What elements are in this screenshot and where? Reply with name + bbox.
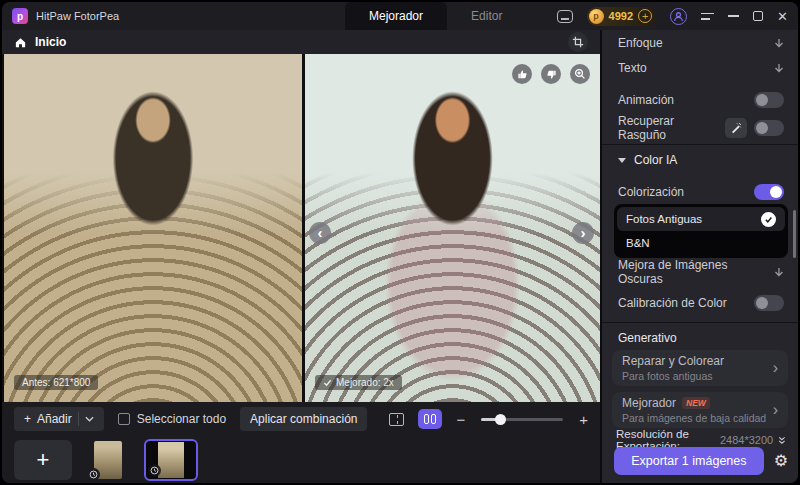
home-icon[interactable]	[14, 36, 27, 49]
new-badge: NEW	[682, 397, 710, 409]
settings-sidebar: Enfoque Texto Animación Recuperar Rasguñ…	[600, 30, 798, 483]
colorizacion-toggle[interactable]	[754, 184, 784, 200]
option-bn[interactable]: B&N	[617, 231, 785, 255]
workspace: Inicio Antes: 621*800	[2, 30, 600, 483]
card-reparar-colorear[interactable]: Reparar y Colorear Para fotos antiguas ›	[612, 350, 788, 386]
add-button[interactable]: + Añadir	[14, 407, 104, 431]
thumbs-up-button[interactable]	[512, 64, 532, 84]
sidebar-item-animacion: Animación	[618, 88, 784, 112]
thumbnail-2-selected[interactable]	[144, 439, 198, 481]
chevron-down-icon	[85, 416, 94, 422]
plus-icon: +	[24, 412, 31, 426]
calibracion-toggle[interactable]	[754, 295, 784, 311]
select-all-checkbox[interactable]	[118, 413, 130, 425]
before-image[interactable]: Antes: 621*800	[4, 54, 302, 402]
minimize-button[interactable]	[728, 15, 739, 17]
app-name: HitPaw FotorPea	[36, 10, 119, 22]
sidebar-item-enfoque[interactable]: Enfoque	[618, 26, 784, 60]
zoom-in-button[interactable]: +	[579, 412, 588, 427]
add-credits-icon[interactable]: +	[638, 9, 652, 23]
side-by-side-view-button[interactable]	[418, 409, 442, 429]
recuperar-rasguno-toggle[interactable]	[754, 120, 784, 136]
expand-down-icon[interactable]	[774, 63, 784, 74]
expand-down-icon[interactable]	[774, 267, 784, 278]
magnifier-plus-icon	[574, 68, 586, 80]
after-image[interactable]: ‹ › Mejorado: 2x	[305, 54, 600, 402]
thumbs-up-icon	[517, 69, 528, 80]
select-all-label: Seleccionar todo	[137, 412, 226, 426]
check-icon	[323, 378, 332, 387]
divider	[602, 144, 798, 145]
repair-pen-icon	[730, 122, 742, 134]
coin-icon: p	[589, 9, 604, 24]
sidebar-item-calibracion: Calibración de Color	[618, 291, 784, 315]
tab-mejorador[interactable]: Mejorador	[345, 2, 447, 30]
next-image-button[interactable]: ›	[572, 222, 594, 244]
feedback-icon[interactable]	[557, 10, 573, 23]
collapse-triangle-icon	[618, 158, 626, 163]
result-actions	[512, 64, 590, 84]
crop-icon	[572, 36, 584, 48]
sidebar-item-texto[interactable]: Texto	[618, 56, 784, 80]
breadcrumb-home[interactable]: Inicio	[35, 35, 66, 49]
double-chevron-down-icon[interactable]	[778, 435, 786, 446]
sidebar-scrollbar[interactable]	[793, 210, 796, 258]
sidebar-item-mejora-oscuras[interactable]: Mejora de Imágenes Oscuras	[618, 260, 784, 284]
menu-icon[interactable]	[701, 13, 714, 20]
zoom-slider-knob[interactable]	[495, 414, 506, 425]
animacion-toggle[interactable]	[754, 92, 784, 108]
sidebar-item-colorizacion: Colorización	[618, 180, 784, 204]
before-resolution-label: Antes: 621*800	[14, 375, 98, 390]
prev-image-button[interactable]: ‹	[309, 222, 331, 244]
view-controls: − +	[389, 409, 588, 429]
zoom-slider[interactable]	[481, 418, 563, 421]
credits-count: 4992	[609, 10, 633, 22]
export-button[interactable]: Exportar 1 imágenes	[614, 447, 764, 475]
card-mejorador[interactable]: Mejorador NEW Para imágenes de baja cali…	[612, 392, 788, 428]
settings-gear-icon[interactable]: ⚙	[774, 453, 788, 469]
app-logo-icon: p	[12, 8, 28, 24]
thumbnail-1[interactable]	[94, 441, 122, 479]
compare-view: Antes: 621*800	[2, 54, 600, 402]
thumbs-down-button[interactable]	[541, 64, 561, 84]
section-color-ia[interactable]: Color IA	[618, 148, 784, 172]
chevron-right-icon: ›	[773, 360, 778, 376]
divider	[78, 412, 79, 426]
titlebar-controls: p 4992 + ✕	[557, 7, 788, 26]
thumbnail-strip: +	[2, 436, 600, 483]
thumbnail-2-image	[158, 442, 184, 478]
expand-down-icon[interactable]	[774, 38, 784, 49]
after-resolution-label: Mejorado: 2x	[315, 375, 402, 390]
thumbs-down-icon	[546, 69, 557, 80]
history-icon	[87, 468, 100, 481]
section-generativo: Generativo	[618, 326, 784, 350]
divider	[602, 322, 798, 323]
scratch-brush-button[interactable]	[725, 118, 747, 138]
tab-editor[interactable]: Editor	[447, 2, 526, 30]
zoom-out-button[interactable]: −	[456, 412, 465, 427]
maximize-button[interactable]	[753, 11, 763, 21]
magnify-button[interactable]	[570, 64, 590, 84]
breadcrumb: Inicio	[2, 30, 600, 54]
split-view-button[interactable]	[389, 413, 404, 426]
person-icon	[673, 11, 684, 22]
add-image-tile[interactable]: +	[14, 440, 72, 480]
credits-pill[interactable]: p 4992 +	[587, 7, 656, 26]
sidebar-item-recuperar-rasguno: Recuperar Rasguño	[618, 116, 784, 140]
export-area: Exportar 1 imágenes ⚙	[614, 447, 788, 475]
history-icon	[148, 464, 161, 477]
select-all-control[interactable]: Seleccionar todo	[118, 412, 226, 426]
main-tabs: Mejorador Editor	[345, 2, 526, 30]
close-button[interactable]: ✕	[777, 10, 788, 23]
crop-button[interactable]	[568, 32, 588, 52]
bottom-toolbar: + Añadir Seleccionar todo Aplicar combin…	[2, 402, 600, 436]
selected-check-icon	[761, 212, 776, 227]
app-window: p HitPaw FotorPea Mejorador Editor p 499…	[0, 0, 800, 485]
colorization-dropdown: Fotos Antiguas B&N	[614, 204, 788, 258]
apply-combination-button[interactable]: Aplicar combinación	[240, 407, 367, 431]
account-avatar[interactable]	[670, 8, 687, 25]
option-fotos-antiguas[interactable]: Fotos Antiguas	[617, 207, 785, 231]
chevron-right-icon: ›	[773, 402, 778, 418]
